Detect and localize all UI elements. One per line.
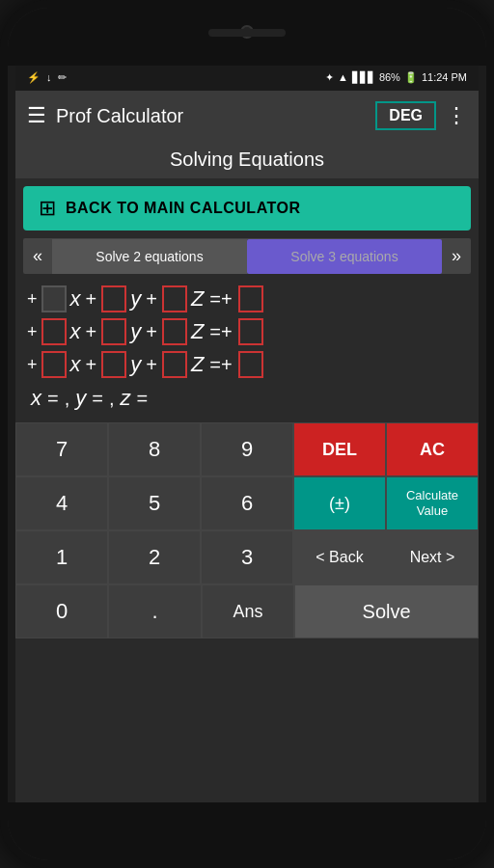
keypad: 7 8 9 DEL AC 4 5 6 (±) CalculateValue 1 … <box>15 422 479 638</box>
eq1-coef-y[interactable] <box>101 285 126 312</box>
eq2-prefix: + <box>27 322 38 342</box>
key-ac[interactable]: AC <box>386 422 479 476</box>
key-ans[interactable]: Ans <box>202 584 294 638</box>
calculator-icon: ⊞ <box>39 196 56 221</box>
keypad-row-2: 4 5 6 (±) CalculateValue <box>15 476 479 530</box>
edit-icon: ✏ <box>58 71 67 84</box>
result-z-eq: = <box>137 388 149 410</box>
app-title: Prof Calculator <box>56 105 366 127</box>
result-z-var: z <box>121 386 131 411</box>
usb-icon: ⚡ <box>27 71 41 84</box>
equation-row-3: + x + y + Z =+ <box>27 351 467 378</box>
result-x-eq: = <box>47 388 59 410</box>
result-y-var: y <box>75 386 86 411</box>
key-2[interactable]: 2 <box>108 530 201 584</box>
eq3-var-z: Z <box>191 352 204 377</box>
screen: ⚡ ↓ ✏ ✦ ▲ ▋▋▋ 86% 🔋 11:24 PM ☰ Prof Calc… <box>15 64 479 804</box>
eq3-result[interactable] <box>238 351 263 378</box>
time-display: 11:24 PM <box>422 71 467 83</box>
bluetooth-icon: ✦ <box>325 71 334 84</box>
key-plus-minus[interactable]: (±) <box>293 476 386 530</box>
eq1-coef-z[interactable] <box>162 285 187 312</box>
wifi-icon: ▲ <box>338 71 348 83</box>
battery-text: 86% <box>379 71 400 83</box>
eq2-var-y: y <box>130 319 141 344</box>
eq3-coef-y[interactable] <box>101 351 126 378</box>
eq1-var-z: Z <box>191 286 204 312</box>
signal-icon: ▋▋▋ <box>352 71 375 84</box>
status-icons-right: ✦ ▲ ▋▋▋ 86% 🔋 11:24 PM <box>325 71 467 84</box>
page-title: Solving Equations <box>170 149 324 170</box>
eq2-coef-z[interactable] <box>162 318 187 345</box>
key-5[interactable]: 5 <box>108 476 201 530</box>
eq3-coef-x[interactable] <box>41 351 67 378</box>
keypad-row-3: 1 2 3 < Back Next > <box>15 530 479 584</box>
key-del[interactable]: DEL <box>293 422 386 476</box>
result-y-eq: = <box>92 388 103 410</box>
equations-area: + x + y + Z =+ + x + y + <box>15 274 479 420</box>
keypad-row-4: 0 . Ans Solve <box>15 584 479 638</box>
eq1-var-y: y <box>130 286 141 312</box>
key-back-nav[interactable]: < Back <box>293 530 386 584</box>
tab-solve-2[interactable]: Solve 2 equations <box>52 239 247 274</box>
eq1-coef-x[interactable] <box>41 285 67 312</box>
status-icons-left: ⚡ ↓ ✏ <box>27 71 67 84</box>
eq2-var-x: x <box>70 319 81 344</box>
eq2-coef-x[interactable] <box>41 318 67 345</box>
deg-button[interactable]: DEG <box>375 101 436 130</box>
key-0[interactable]: 0 <box>15 584 108 638</box>
menu-icon[interactable]: ☰ <box>27 103 46 128</box>
key-6[interactable]: 6 <box>201 476 293 530</box>
key-3[interactable]: 3 <box>201 530 293 584</box>
eq1-var-x: x <box>70 286 81 312</box>
key-next-nav[interactable]: Next > <box>386 530 479 584</box>
download-icon: ↓ <box>46 71 52 83</box>
page-title-bar: Solving Equations <box>15 141 479 178</box>
phone-frame: ⚡ ↓ ✏ ✦ ▲ ▋▋▋ 86% 🔋 11:24 PM ☰ Prof Calc… <box>0 0 494 868</box>
eq2-result[interactable] <box>238 318 263 345</box>
status-bar: ⚡ ↓ ✏ ✦ ▲ ▋▋▋ 86% 🔋 11:24 PM <box>15 64 479 91</box>
eq1-result[interactable] <box>238 285 263 312</box>
eq3-prefix: + <box>27 355 38 375</box>
key-1[interactable]: 1 <box>15 530 108 584</box>
results-row: x = , y = , z = <box>27 386 467 411</box>
eq2-var-z: Z <box>191 319 204 344</box>
eq3-var-y: y <box>130 352 141 377</box>
key-4[interactable]: 4 <box>15 476 108 530</box>
key-dot[interactable]: . <box>108 584 201 638</box>
eq3-coef-z[interactable] <box>162 351 187 378</box>
tabs-container: « Solve 2 equations Solve 3 equations » <box>23 238 471 274</box>
tab-solve-3[interactable]: Solve 3 equations <box>247 239 442 274</box>
tab-left-arrow[interactable]: « <box>23 238 52 274</box>
key-9[interactable]: 9 <box>201 422 293 476</box>
key-solve[interactable]: Solve <box>294 584 479 638</box>
equation-row-2: + x + y + Z =+ <box>27 318 467 345</box>
tab-right-arrow[interactable]: » <box>442 238 471 274</box>
toolbar: ☰ Prof Calculator DEG ⋮ <box>15 91 479 141</box>
eq1-prefix: + <box>27 289 38 310</box>
speaker <box>208 29 286 37</box>
key-7[interactable]: 7 <box>15 422 108 476</box>
result-comma-2: , <box>109 388 115 410</box>
back-to-calculator-button[interactable]: ⊞ BACK TO MAIN CALCULATOR <box>23 186 471 231</box>
battery-icon: 🔋 <box>404 71 418 84</box>
keypad-row-1: 7 8 9 DEL AC <box>15 422 479 476</box>
more-options-icon[interactable]: ⋮ <box>446 103 467 128</box>
equation-row-1: + x + y + Z =+ <box>27 285 467 312</box>
key-calculate-value[interactable]: CalculateValue <box>386 476 479 530</box>
eq2-coef-y[interactable] <box>101 318 126 345</box>
key-8[interactable]: 8 <box>108 422 201 476</box>
result-comma-1: , <box>65 388 70 410</box>
back-btn-label: BACK TO MAIN CALCULATOR <box>66 200 300 217</box>
eq3-var-x: x <box>70 352 81 377</box>
result-x-var: x <box>31 386 41 411</box>
